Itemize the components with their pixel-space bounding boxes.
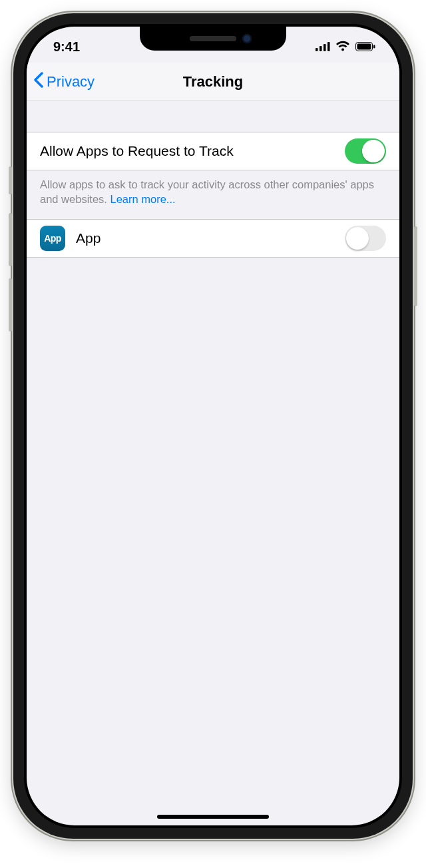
settings-content: Allow Apps to Request to Track Allow app… [27,101,399,258]
silent-switch [9,166,12,194]
cellular-icon [316,39,330,55]
status-icons [316,39,375,55]
back-button[interactable]: Privacy [33,72,95,92]
svg-rect-1 [320,46,322,51]
learn-more-link[interactable]: Learn more... [110,193,175,205]
volume-down-button [9,278,12,331]
footer-description: Allow apps to ask to track your activity… [40,178,374,205]
app-icon: App [40,226,65,251]
toggle-allow-tracking[interactable] [345,138,386,164]
device-notch [140,27,286,51]
front-camera [242,34,252,43]
back-label: Privacy [47,73,95,91]
row-app: App App [27,219,399,258]
home-indicator[interactable] [157,815,269,819]
row-allow-tracking-footer: Allow apps to ask to track your activity… [27,170,399,219]
power-button [414,226,417,306]
volume-up-button [9,213,12,266]
battery-icon [355,39,375,55]
speaker-grille [190,36,236,41]
nav-title: Tracking [183,73,243,91]
device-frame: 9:41 [13,13,413,839]
svg-rect-2 [323,44,326,51]
chevron-left-icon [33,72,47,92]
svg-rect-0 [316,48,318,51]
row-app-label: App [76,230,345,246]
svg-rect-3 [327,42,330,51]
screen: 9:41 [27,27,399,825]
row-allow-tracking: Allow Apps to Request to Track [27,132,399,170]
status-time: 9:41 [53,39,80,55]
row-allow-tracking-label: Allow Apps to Request to Track [40,143,345,159]
nav-bar: Privacy Tracking [27,63,399,101]
wifi-icon [335,39,350,55]
toggle-app-tracking[interactable] [345,226,386,251]
svg-rect-6 [373,45,375,48]
svg-rect-5 [357,43,371,49]
